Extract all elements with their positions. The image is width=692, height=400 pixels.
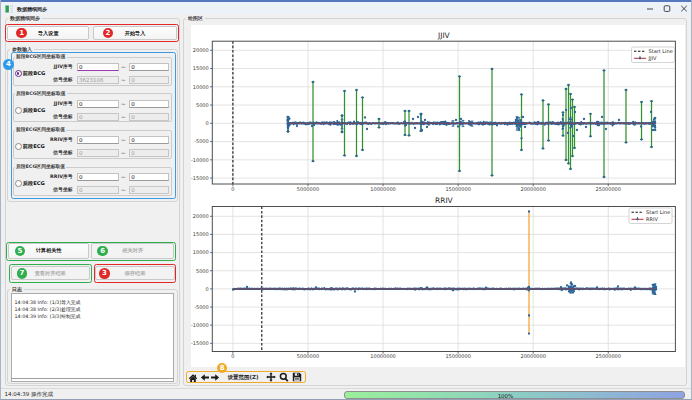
svg-text:15000: 15000 — [193, 231, 209, 237]
svg-text:-5000: -5000 — [194, 304, 209, 310]
svg-text:5000: 5000 — [196, 268, 209, 274]
annotation-mark-3: 3 — [99, 268, 110, 279]
statusbar-separator — [1, 388, 692, 389]
progress-bar: 100% — [344, 391, 685, 399]
svg-text:-5000: -5000 — [194, 138, 209, 144]
annotation-mark-7: 7 — [17, 268, 28, 279]
annotation-box-params — [11, 52, 176, 198]
annotation-mark-1: 1 — [16, 28, 27, 39]
svg-text:10000: 10000 — [193, 249, 209, 255]
svg-text:Start Line: Start Line — [649, 48, 673, 54]
svg-text:-10000: -10000 — [191, 322, 209, 328]
svg-text:5000000: 5000000 — [297, 186, 319, 192]
svg-text:0: 0 — [231, 353, 234, 359]
svg-text:-15000: -15000 — [191, 340, 209, 346]
svg-text:-10000: -10000 — [191, 157, 209, 163]
svg-text:15000000: 15000000 — [445, 353, 470, 359]
svg-text:JJIV: JJIV — [437, 31, 451, 40]
svg-text:15000000: 15000000 — [445, 186, 470, 192]
svg-text:10000000: 10000000 — [370, 353, 395, 359]
svg-text:RRIV: RRIV — [435, 196, 454, 205]
app-window: 数据精细同步 数据精细同步 导入设置 开始导入 参数输入 前段BCG区间坐标取值… — [0, 0, 692, 400]
svg-text:10000: 10000 — [193, 84, 209, 90]
svg-text:-15000: -15000 — [191, 175, 209, 181]
status-message: 14:04:39 操作完成 — [5, 390, 53, 399]
svg-text:20000000: 20000000 — [520, 353, 545, 359]
svg-text:10000000: 10000000 — [370, 186, 395, 192]
annotation-mark-4: 4 — [3, 59, 14, 70]
svg-text:0: 0 — [231, 186, 234, 192]
svg-text:25000000: 25000000 — [596, 353, 621, 359]
svg-text:15000: 15000 — [193, 65, 209, 71]
svg-text:20000: 20000 — [193, 213, 209, 219]
svg-text:25000000: 25000000 — [596, 186, 621, 192]
svg-text:0: 0 — [206, 286, 209, 292]
svg-text:20000: 20000 — [193, 47, 209, 53]
svg-text:20000000: 20000000 — [520, 186, 545, 192]
annotation-box-toolbar — [186, 371, 306, 383]
progress-label: 100% — [336, 392, 675, 400]
svg-text:JJIV: JJIV — [648, 55, 657, 61]
svg-text:0: 0 — [206, 120, 209, 126]
svg-text:5000: 5000 — [196, 102, 209, 108]
svg-text:Start Line: Start Line — [646, 209, 670, 215]
svg-text:5000000: 5000000 — [297, 353, 319, 359]
svg-text:RRIV: RRIV — [646, 216, 658, 222]
annotation-box-correlation — [6, 242, 177, 261]
annotation-box-import — [5, 24, 179, 42]
